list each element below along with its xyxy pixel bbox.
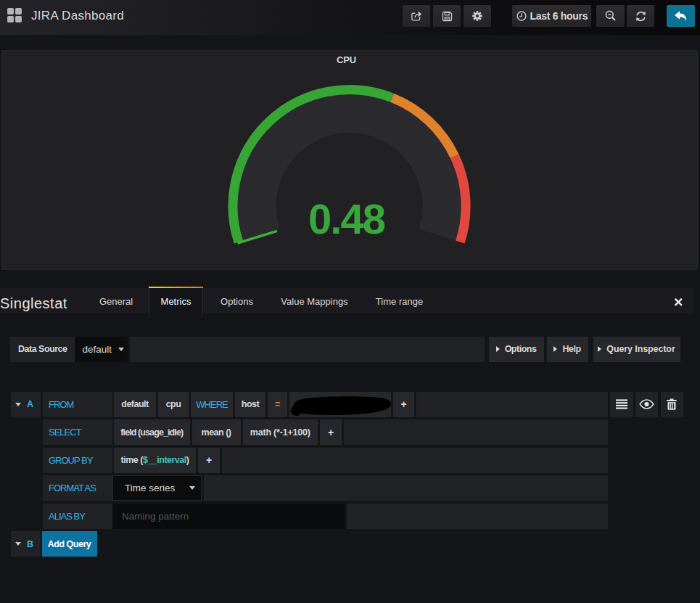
svg-text:0.48: 0.48 xyxy=(308,195,385,242)
